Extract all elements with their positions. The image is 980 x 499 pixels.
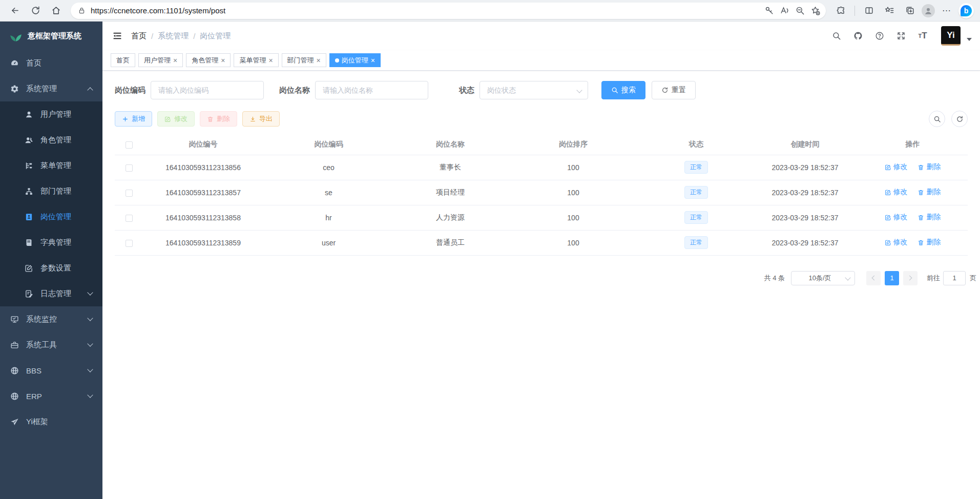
user-avatar[interactable]: Yi: [941, 26, 961, 46]
extensions-button[interactable]: [832, 2, 849, 19]
browser-profile-avatar[interactable]: [922, 4, 935, 17]
row-delete-link[interactable]: 删除: [918, 188, 941, 197]
hamburger-collapse-icon: [112, 31, 122, 41]
tab-home[interactable]: 首页: [111, 53, 135, 67]
status-select[interactable]: [479, 81, 588, 99]
close-icon[interactable]: ×: [317, 56, 321, 65]
row-checkbox[interactable]: [126, 164, 133, 172]
caret-down-icon[interactable]: [967, 38, 972, 41]
sidebar-item-bbs[interactable]: BBS: [0, 358, 102, 383]
sidebar-item-system-mgmt[interactable]: 系统管理: [0, 76, 102, 101]
url-text[interactable]: https://ccnetcore.com:1101/system/post: [91, 6, 761, 15]
ellipsis-icon: …: [942, 3, 952, 14]
browser-back-button[interactable]: [6, 2, 24, 19]
add-button[interactable]: 新增: [115, 111, 152, 127]
help-button[interactable]: [874, 31, 885, 41]
sidebar-item-dict-mgmt[interactable]: 字典管理: [0, 230, 102, 255]
prev-page-button[interactable]: [866, 271, 881, 285]
password-key-button[interactable]: [761, 3, 777, 18]
tab-menu-mgmt[interactable]: 菜单管理 ×: [234, 53, 278, 67]
toolbar-divider: [854, 6, 855, 16]
cell-created: 2023-03-29 18:52:37: [753, 180, 858, 205]
edit-icon: [885, 214, 891, 221]
favorites-bar-button[interactable]: [881, 2, 898, 19]
status-select-input[interactable]: [479, 81, 588, 99]
page-number-button[interactable]: 1: [885, 271, 899, 285]
sidebar-item-param-settings[interactable]: 参数设置: [0, 255, 102, 281]
row-edit-link[interactable]: 修改: [885, 188, 908, 197]
goto-page-input[interactable]: [943, 271, 966, 285]
table-search-toggle-button[interactable]: [929, 111, 945, 127]
fullscreen-button[interactable]: [896, 31, 906, 41]
github-link[interactable]: [853, 31, 863, 41]
next-page-button[interactable]: [903, 271, 918, 285]
zoom-out-button[interactable]: [792, 3, 807, 18]
delete-button[interactable]: 删除: [200, 111, 237, 127]
sidebar-item-log-mgmt[interactable]: 日志管理: [0, 281, 102, 306]
chevron-down-icon: [87, 341, 93, 346]
edit-button[interactable]: 修改: [157, 111, 195, 127]
collections-icon: [905, 6, 915, 15]
tab-user-mgmt[interactable]: 用户管理 ×: [138, 53, 183, 67]
close-icon[interactable]: ×: [173, 56, 177, 65]
row-checkbox[interactable]: [126, 215, 133, 222]
page-size-select[interactable]: [791, 271, 855, 285]
header-search-button[interactable]: [831, 31, 842, 41]
sidebar-collapse-button[interactable]: [111, 29, 124, 43]
row-edit-link[interactable]: 修改: [885, 238, 908, 247]
select-all-checkbox[interactable]: [126, 141, 133, 149]
export-button[interactable]: 导出: [242, 111, 280, 127]
row-edit-link[interactable]: 修改: [885, 162, 908, 172]
sidebar-item-home[interactable]: 首页: [0, 50, 102, 76]
close-icon[interactable]: ×: [371, 56, 375, 65]
row-checkbox[interactable]: [126, 240, 133, 247]
cell-post-code: ceo: [263, 155, 394, 180]
row-checkbox[interactable]: [126, 190, 133, 197]
sidebar-item-erp[interactable]: ERP: [0, 383, 102, 409]
sidebar-item-yi-framework[interactable]: Yi框架: [0, 409, 102, 434]
tab-dept-mgmt[interactable]: 部门管理 ×: [282, 53, 326, 67]
browser-settings-button[interactable]: …: [938, 2, 955, 19]
sidebar-item-post-mgmt[interactable]: 岗位管理: [0, 204, 102, 230]
copilot-bing-button[interactable]: b: [958, 3, 974, 18]
split-screen-button[interactable]: [860, 2, 878, 19]
browser-refresh-button[interactable]: [27, 2, 44, 19]
tags-view-bar: 首页 用户管理 × 角色管理 × 菜单管理 × 部门管理 × 岗位管理 ×: [102, 50, 980, 71]
close-icon[interactable]: ×: [268, 56, 273, 65]
text-size-button[interactable]: [918, 31, 928, 41]
row-delete-link[interactable]: 删除: [918, 238, 941, 247]
row-delete-label: 删除: [926, 238, 941, 247]
zoom-out-icon: [795, 6, 805, 15]
puzzle-icon: [836, 6, 846, 15]
post-code-input[interactable]: [151, 81, 264, 99]
status-badge: 正常: [684, 186, 708, 199]
page-size-input[interactable]: [791, 271, 855, 285]
tab-post-mgmt[interactable]: 岗位管理 ×: [329, 53, 381, 67]
post-name-input[interactable]: [315, 81, 428, 99]
row-edit-link[interactable]: 修改: [885, 213, 908, 222]
app-logo[interactable]: 意框架管理系统: [0, 22, 102, 50]
row-delete-link[interactable]: 删除: [918, 162, 941, 172]
browser-home-button[interactable]: [47, 2, 65, 19]
sidebar-item-system-monitor[interactable]: 系统监控: [0, 306, 102, 332]
table-refresh-button[interactable]: [951, 111, 968, 127]
address-bar[interactable]: https://ccnetcore.com:1101/system/post: [71, 3, 826, 19]
add-favorite-button[interactable]: [807, 3, 823, 18]
close-icon[interactable]: ×: [221, 56, 225, 65]
trash-icon: [918, 239, 924, 246]
table-header-row: 岗位编号 岗位编码 岗位名称 岗位排序 状态 创建时间 操作: [115, 134, 968, 155]
breadcrumb-item-home[interactable]: 首页: [131, 31, 147, 41]
search-button[interactable]: 搜索: [601, 81, 645, 99]
sidebar-item-user-mgmt[interactable]: 用户管理: [0, 101, 102, 127]
tab-role-mgmt[interactable]: 角色管理 ×: [186, 53, 231, 67]
sidebar-item-dept-mgmt[interactable]: 部门管理: [0, 178, 102, 204]
reset-button[interactable]: 重置: [652, 81, 696, 99]
row-delete-link[interactable]: 删除: [918, 213, 941, 222]
read-aloud-button[interactable]: [777, 3, 792, 18]
download-icon: [249, 116, 256, 122]
sidebar-item-system-tools[interactable]: 系统工具: [0, 332, 102, 358]
sidebar-item-menu-mgmt[interactable]: 菜单管理: [0, 153, 102, 178]
collections-button[interactable]: [901, 2, 919, 19]
sidebar-item-role-mgmt[interactable]: 角色管理: [0, 127, 102, 153]
breadcrumb-item-system[interactable]: 系统管理: [158, 31, 189, 41]
